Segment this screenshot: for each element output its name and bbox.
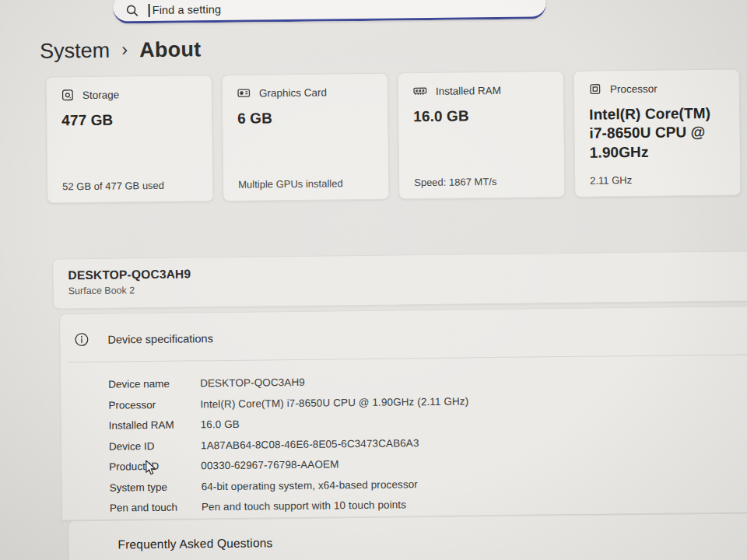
processor-card[interactable]: Processor Intel(R) Core(TM) i7-8650U CPU… [573, 68, 742, 197]
search-icon [126, 4, 139, 17]
processor-icon [589, 82, 601, 95]
card-label: Storage [82, 89, 119, 101]
info-icon [74, 332, 89, 347]
device-specifications-panel: Device specifications Device name DESKTO… [59, 306, 747, 520]
spec-row-device-name: Device name DESKTOP-QOC3AH9 [108, 371, 747, 390]
spec-rows: Device name DESKTOP-QOC3AH9 Processor In… [61, 355, 747, 514]
card-value: 477 GB [61, 110, 198, 130]
chevron-right-icon: › [121, 38, 128, 60]
card-detail: Multiple GPUs installed [238, 177, 375, 191]
spec-row-product-id: Product ID 00330-62967-76798-AAOEM [109, 453, 747, 473]
graphics-card-icon [237, 87, 251, 100]
faq-title: Frequently Asked Questions [117, 530, 747, 552]
spec-row-installed-ram: Installed RAM 16.0 GB [109, 412, 747, 432]
device-specifications-header[interactable]: Device specifications [60, 306, 747, 362]
card-label: Processor [610, 82, 658, 95]
spec-row-device-id: Device ID 1A87AB64-8C08-46E6-8E05-6C3473… [109, 432, 747, 452]
device-specifications-title: Device specifications [107, 332, 213, 346]
graphics-card-card[interactable]: Graphics Card 6 GB Multiple GPUs install… [222, 73, 390, 201]
spec-row-pen-and-touch: Pen and touch Pen and touch support with… [110, 495, 747, 514]
spec-row-system-type: System type 64-bit operating system, x64… [110, 474, 747, 493]
card-value: 16.0 GB [413, 106, 550, 126]
settings-page: Find a setting System › About Storage 47… [0, 0, 747, 560]
search-input[interactable]: Find a setting [113, 0, 545, 24]
storage-icon [61, 89, 74, 101]
installed-ram-card[interactable]: Installed RAM 16.0 GB Speed: 1867 MT/s [398, 71, 566, 199]
card-value: Intel(R) Core(TM) i7-8650U CPU @ 1.90GHz [589, 104, 727, 163]
card-detail: 2.11 GHz [590, 173, 727, 187]
page-title: About [139, 37, 201, 62]
spec-row-processor: Processor Intel(R) Core(TM) i7-8650U CPU… [108, 391, 747, 411]
mouse-cursor-icon [145, 460, 156, 479]
summary-cards: Storage 477 GB 52 GB of 477 GB used Grap… [46, 68, 742, 203]
card-detail: Speed: 1867 MT/s [414, 175, 551, 188]
breadcrumb-system[interactable]: System [40, 39, 110, 64]
card-label: Graphics Card [259, 86, 327, 99]
breadcrumb: System › About [40, 37, 201, 63]
card-detail: 52 GB of 477 GB used [62, 179, 199, 192]
faq-panel[interactable]: Frequently Asked Questions [68, 513, 747, 560]
ram-icon [413, 85, 427, 97]
text-caret [149, 4, 150, 17]
storage-card[interactable]: Storage 477 GB 52 GB of 477 GB used [46, 75, 214, 203]
card-value: 6 GB [237, 108, 374, 128]
card-label: Installed RAM [436, 84, 501, 96]
device-name-panel: DESKTOP-QOC3AH9 Surface Book 2 [52, 250, 747, 309]
search-placeholder: Find a setting [153, 3, 222, 16]
